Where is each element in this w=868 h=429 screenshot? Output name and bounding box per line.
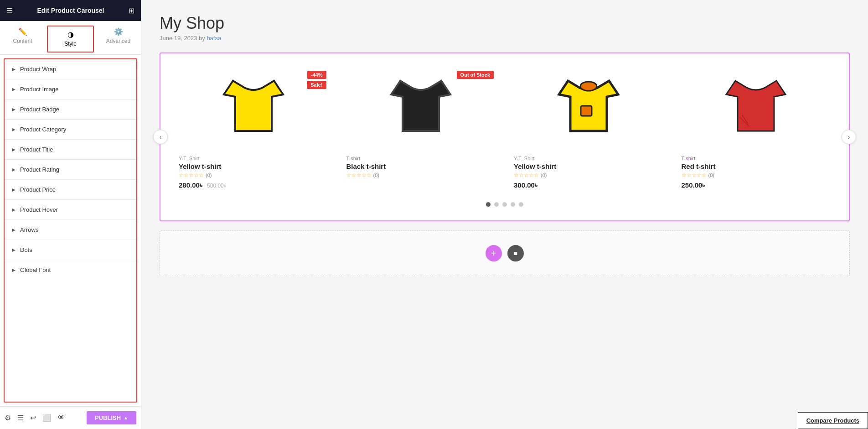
chevron-right-icon: ▶ [12, 67, 16, 72]
chevron-right-icon: ▶ [12, 207, 16, 212]
stars: ☆☆☆☆☆ [514, 172, 539, 178]
accordion-product-wrap[interactable]: ▶ Product Wrap [5, 59, 136, 79]
responsive-icon[interactable]: ⬜ [42, 413, 52, 422]
preview-icon[interactable]: 👁 [58, 413, 65, 422]
accordion-product-hover[interactable]: ▶ Product Hover [5, 200, 136, 220]
settings-icon[interactable]: ⚙ [5, 413, 11, 422]
accordion-dots[interactable]: ▶ Dots [5, 240, 136, 260]
product-badges: -44% Sale! [307, 71, 326, 89]
gear-icon: ⚙️ [114, 27, 123, 36]
dot-3[interactable] [502, 202, 507, 207]
badge-out-of-stock: Out of Stock [457, 71, 494, 79]
product-price: 280.00৳ 500.00৳ [179, 181, 328, 189]
sidebar-header: ☰ Edit Product Carousel ⊞ [0, 0, 141, 21]
bottom-icons: ⚙ ☰ ↩ ⬜ 👁 [5, 413, 65, 422]
stars: ☆☆☆☆☆ [682, 172, 707, 178]
badge-discount: -44% [307, 71, 326, 79]
product-image-wrap [514, 67, 663, 151]
dot-2[interactable] [494, 202, 499, 207]
accordion-product-category[interactable]: ▶ Product Category [5, 120, 136, 140]
chevron-right-icon: ▶ [12, 247, 16, 252]
product-rating: ☆☆☆☆☆ (0) [346, 172, 496, 178]
chevron-right-icon: ▶ [12, 127, 16, 132]
grid-icon[interactable]: ⊞ [129, 6, 134, 15]
chevron-up-icon: ▲ [124, 415, 128, 420]
svg-point-0 [580, 82, 597, 91]
accordion-arrows[interactable]: ▶ Arrows [5, 220, 136, 240]
accordion-product-title[interactable]: ▶ Product Title [5, 140, 136, 160]
accordion-product-badge[interactable]: ▶ Product Badge [5, 99, 136, 120]
product-title: Red t-shirt [682, 162, 831, 170]
product-carousel: ‹ › -44% Sale! Y-T_Shirt [160, 52, 850, 221]
product-rating: ☆☆☆☆☆ (0) [514, 172, 663, 178]
bottom-section: + ■ [160, 230, 850, 276]
product-badges: Out of Stock [457, 71, 494, 79]
product-image-wrap [682, 67, 831, 151]
accordion-product-price[interactable]: ▶ Product Price [5, 180, 136, 200]
dot-5[interactable] [519, 202, 523, 207]
product-title: Yellow t-shirt [514, 162, 663, 170]
rating-count: (0) [206, 173, 212, 178]
history-icon[interactable]: ↩ [30, 413, 36, 422]
svg-rect-1 [581, 106, 592, 116]
product-rating: ☆☆☆☆☆ (0) [179, 172, 328, 178]
product-title: Black t-shirt [346, 162, 496, 170]
tab-style[interactable]: ◑ Style [47, 26, 94, 52]
stars: ☆☆☆☆☆ [346, 172, 372, 178]
product-card: Y-T_Shirt Yellow t-shirt ☆☆☆☆☆ (0) 300.0… [509, 63, 668, 194]
dot-1[interactable] [486, 202, 491, 207]
main-content: My Shop June 19, 2023 by hafsa ‹ › -44% [141, 0, 868, 429]
page-title: My Shop [160, 14, 850, 33]
products-grid: -44% Sale! Y-T_Shirt Yellow t-shirt ☆☆☆☆… [174, 63, 835, 194]
chevron-right-icon: ▶ [12, 147, 16, 152]
accordion-product-image[interactable]: ▶ Product Image [5, 79, 136, 99]
dot-4[interactable] [511, 202, 515, 207]
add-element-button[interactable]: + [486, 245, 502, 262]
chevron-right-icon: ▶ [12, 187, 16, 192]
product-category: Y-T_Shirt [514, 156, 663, 161]
sidebar-bottom: ⚙ ☰ ↩ ⬜ 👁 PUBLISH ▲ [0, 406, 141, 429]
tab-advanced[interactable]: ⚙️ Advanced [96, 24, 141, 54]
product-card: Out of Stock T-shirt Black t-shirt ☆☆☆☆☆… [342, 63, 501, 194]
page-meta: June 19, 2023 by hafsa [160, 35, 850, 42]
product-image [387, 67, 455, 149]
product-image-wrap: -44% Sale! [179, 67, 328, 151]
product-rating: ☆☆☆☆☆ (0) [682, 172, 831, 178]
badge-sale: Sale! [307, 81, 326, 89]
layers-icon[interactable]: ☰ [17, 413, 24, 422]
hamburger-icon[interactable]: ☰ [6, 6, 13, 15]
product-price: 250.00৳ [682, 181, 831, 189]
product-image [219, 67, 288, 149]
rating-count: (0) [373, 173, 379, 178]
tab-content[interactable]: ✏️ Content [0, 24, 45, 54]
accordion-product-rating[interactable]: ▶ Product Rating [5, 160, 136, 180]
author-link[interactable]: hafsa [207, 35, 221, 42]
sidebar-title: Edit Product Carousel [37, 7, 104, 14]
sidebar: ☰ Edit Product Carousel ⊞ ✏️ Content ◑ S… [0, 0, 141, 429]
product-title: Yellow t-shirt [179, 162, 328, 170]
chevron-right-icon: ▶ [12, 167, 16, 172]
product-image [722, 67, 790, 149]
pencil-icon: ✏️ [18, 27, 27, 36]
carousel-next-button[interactable]: › [842, 130, 856, 144]
carousel-dots [174, 202, 835, 207]
product-category: T-shirt [346, 156, 496, 161]
stop-button[interactable]: ■ [507, 245, 524, 262]
product-card: T-shirt Red t-shirt ☆☆☆☆☆ (0) 250.00৳ [677, 63, 836, 194]
chevron-right-icon: ▶ [12, 107, 16, 112]
publish-button[interactable]: PUBLISH ▲ [87, 411, 136, 424]
compare-products-button[interactable]: Compare Products [798, 412, 868, 429]
accordion-container: ▶ Product Wrap ▶ Product Image ▶ Product… [4, 58, 137, 403]
product-image [554, 67, 623, 149]
product-category: Y-T_Shirt [179, 156, 328, 161]
product-card: -44% Sale! Y-T_Shirt Yellow t-shirt ☆☆☆☆… [174, 63, 333, 194]
original-price: 500.00৳ [207, 183, 226, 189]
stars: ☆☆☆☆☆ [179, 172, 204, 178]
carousel-prev-button[interactable]: ‹ [153, 130, 168, 144]
rating-count: (0) [541, 173, 547, 178]
style-icon: ◑ [67, 30, 74, 39]
chevron-right-icon: ▶ [12, 87, 16, 92]
chevron-right-icon: ▶ [12, 227, 16, 232]
product-category: T-shirt [682, 156, 831, 161]
accordion-global-font[interactable]: ▶ Global Font [5, 260, 136, 280]
